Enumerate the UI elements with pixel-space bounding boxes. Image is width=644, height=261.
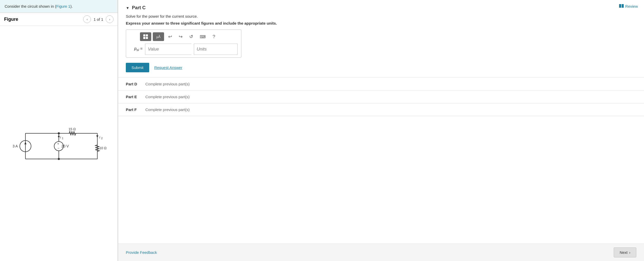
math-variable: psi = (130, 46, 143, 52)
math-input-area: μÅ ↩ ↪ ↺ ⌨ ? psi = (126, 29, 241, 58)
left-panel: Consider the circuit shown in (Figure 1)… (0, 0, 118, 261)
circuit-svg: 3 A + − 20 V 15 Ω i 1 i 2 (10, 118, 108, 169)
context-end: ). (70, 4, 73, 8)
svg-point-29 (58, 158, 60, 160)
submit-button[interactable]: Submit (126, 63, 149, 72)
grid-button[interactable] (140, 32, 151, 41)
part-d-text: Complete previous part(s) (145, 82, 190, 86)
svg-rect-33 (146, 34, 148, 36)
svg-rect-34 (143, 37, 145, 39)
part-e-text: Complete previous part(s) (145, 95, 190, 99)
math-toolbar: μÅ ↩ ↪ ↺ ⌨ ? (130, 32, 238, 41)
figure-link[interactable]: Figure 1 (56, 4, 70, 8)
svg-text:2: 2 (101, 137, 103, 140)
part-c-description: Solve for the power for the current sour… (126, 14, 636, 18)
svg-text:i: i (99, 135, 100, 139)
next-button[interactable]: Next › (614, 247, 636, 257)
redo-button[interactable]: ↪ (176, 32, 185, 41)
figure-header: Figure ‹ 1 of 1 › (0, 13, 118, 26)
part-f-label: Part F (126, 107, 141, 112)
value-input[interactable] (145, 44, 191, 55)
units-input[interactable] (194, 44, 238, 55)
svg-rect-30 (619, 4, 621, 8)
svg-text:−: − (58, 146, 59, 150)
svg-text:1: 1 (62, 137, 63, 140)
part-f-section: Part F Complete previous part(s) (118, 103, 644, 116)
part-d-section: Part D Complete previous part(s) (118, 78, 644, 91)
svg-text:3 A: 3 A (13, 144, 18, 148)
svg-marker-18 (58, 135, 60, 137)
svg-text:20 V: 20 V (61, 144, 69, 148)
undo-button[interactable]: ↩ (166, 32, 175, 41)
next-figure-button[interactable]: › (106, 15, 113, 23)
page-indicator: 1 of 1 (93, 17, 103, 22)
keyboard-button[interactable]: ⌨ (197, 32, 208, 41)
part-c-instruction: Express your answer to three significant… (126, 21, 636, 25)
part-c-toggle[interactable]: ▼ (126, 6, 129, 10)
right-panel: Review ▼ Part C Solve for the power for … (118, 0, 644, 261)
help-button[interactable]: ? (210, 32, 218, 41)
next-label: Next (620, 250, 628, 255)
feedback-link[interactable]: Provide Feedback (126, 250, 157, 255)
review-link[interactable]: Review (619, 4, 638, 8)
action-row: Submit Request Answer (126, 63, 636, 72)
part-c-label: Part C (132, 5, 146, 11)
part-f-text: Complete previous part(s) (145, 107, 190, 112)
part-d-label: Part D (126, 82, 141, 86)
svg-rect-32 (143, 34, 145, 36)
svg-text:10 Ω: 10 Ω (99, 146, 107, 150)
circuit-diagram: 3 A + − 20 V 15 Ω i 1 i 2 (0, 26, 118, 261)
review-icon (619, 4, 624, 8)
part-c-header: ▼ Part C (126, 5, 636, 11)
part-e-label: Part E (126, 95, 141, 99)
request-answer-button[interactable]: Request Answer (154, 65, 182, 70)
context-text: Consider the circuit shown in ( (5, 4, 56, 8)
part-c-section: ▼ Part C Solve for the power for the cur… (118, 0, 644, 78)
svg-text:15 Ω: 15 Ω (69, 127, 76, 131)
figure-title: Figure (4, 17, 81, 22)
formula-input-row: psi = (130, 44, 238, 55)
next-arrow-icon: › (629, 250, 630, 255)
svg-rect-35 (146, 37, 148, 39)
review-label: Review (625, 4, 638, 8)
svg-text:i: i (60, 135, 61, 139)
svg-point-28 (58, 132, 60, 134)
part-e-section: Part E Complete previous part(s) (118, 91, 644, 103)
bottom-bar: Provide Feedback Next › (118, 244, 644, 261)
prev-figure-button[interactable]: ‹ (83, 15, 91, 23)
svg-marker-22 (96, 135, 98, 138)
svg-text:+: + (57, 142, 59, 146)
mu-button[interactable]: μÅ (153, 32, 164, 41)
svg-rect-31 (622, 4, 624, 8)
context-banner: Consider the circuit shown in (Figure 1)… (0, 0, 118, 13)
refresh-button[interactable]: ↺ (187, 32, 196, 41)
